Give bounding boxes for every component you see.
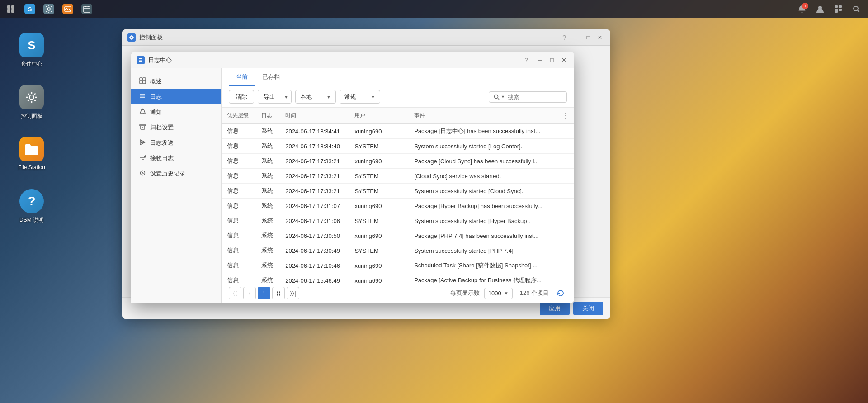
sidebar-item-history[interactable]: 设置历史记录: [131, 166, 221, 181]
taskbar-photos[interactable]: [59, 0, 77, 18]
type-select[interactable]: 常规 ▼: [340, 90, 380, 104]
page-next-btn[interactable]: ⟩⟩: [272, 287, 285, 299]
svg-point-4: [47, 8, 50, 10]
bg-help-btn[interactable]: ?: [562, 34, 566, 41]
row-more[interactable]: [556, 199, 574, 213]
table-body: 信息 系统 2024-06-17 18:34:41 xuning690 Pack…: [222, 124, 574, 283]
row-time: 2024-06-17 17:10:46: [280, 258, 349, 273]
clear-btn[interactable]: 清除: [229, 90, 254, 104]
sidebar-history-label: 设置历史记录: [150, 170, 185, 178]
table-row[interactable]: 信息 系统 2024-06-17 17:31:07 xuning690 Pack…: [222, 199, 574, 213]
table-row[interactable]: 信息 系统 2024-06-17 17:33:21 SYSTEM System …: [222, 184, 574, 199]
user-btn[interactable]: [812, 1, 828, 17]
row-more[interactable]: [556, 169, 574, 184]
tab-archived[interactable]: 已存档: [255, 68, 287, 86]
per-page-select[interactable]: 1000 ▼: [484, 288, 513, 299]
row-user: xuning690: [349, 199, 409, 213]
row-more[interactable]: [556, 243, 574, 258]
search-btn[interactable]: [848, 1, 864, 17]
row-more[interactable]: [556, 124, 574, 139]
svg-rect-3: [11, 9, 14, 13]
row-time: 2024-06-17 17:33:21: [280, 169, 349, 184]
type-select-arrow: ▼: [371, 95, 375, 100]
svg-rect-9: [835, 5, 838, 8]
sidebar-archive-label: 归档设置: [150, 123, 174, 132]
desktop-icon-file-station[interactable]: File Station: [11, 133, 52, 174]
search-trigger[interactable]: ▼: [494, 94, 505, 100]
table-header: 优先层级 日志 时间 用户: [222, 108, 574, 124]
widgets-btn[interactable]: [830, 1, 846, 17]
table-row[interactable]: 信息 系统 2024-06-17 17:33:21 xuning690 Pack…: [222, 154, 574, 169]
row-event: Package [Active Backup for Business 代理程序…: [409, 273, 556, 283]
row-log: 系统: [256, 243, 280, 258]
row-time: 2024-06-17 17:33:21: [280, 154, 349, 169]
row-event: [Cloud Sync] service was started.: [409, 169, 556, 184]
main-minimize-btn[interactable]: ─: [535, 55, 545, 65]
desktop-icon-suite[interactable]: S 套件中心: [11, 29, 52, 71]
log-table-container[interactable]: 优先层级 日志 时间 用户: [222, 108, 574, 283]
page-1-btn[interactable]: 1: [258, 287, 270, 299]
main-maximize-btn[interactable]: □: [547, 55, 557, 65]
bg-cancel-btn[interactable]: 关闭: [573, 302, 603, 315]
row-more[interactable]: [556, 184, 574, 199]
location-select[interactable]: 本地 ▼: [295, 90, 336, 104]
table-row[interactable]: 信息 系统 2024-06-17 18:34:41 xuning690 Pack…: [222, 124, 574, 139]
control-panel-desktop-icon: [19, 85, 44, 109]
export-dropdown-btn[interactable]: ▼: [281, 92, 291, 102]
row-more[interactable]: [556, 139, 574, 154]
page-first-btn[interactable]: ⟨⟨: [229, 287, 241, 299]
row-user: xuning690: [349, 273, 409, 283]
tab-current[interactable]: 当前: [229, 68, 255, 86]
row-time: 2024-06-17 15:46:49: [280, 273, 349, 283]
taskbar-calendar[interactable]: [78, 0, 96, 18]
refresh-btn[interactable]: [554, 287, 567, 299]
search-input[interactable]: [508, 94, 562, 100]
row-more[interactable]: [556, 228, 574, 243]
notification-btn[interactable]: 1: [794, 1, 810, 17]
taskbar-right: 1: [794, 1, 868, 17]
table-row[interactable]: 信息 系统 2024-06-17 17:31:06 SYSTEM System …: [222, 213, 574, 228]
bg-minimize-btn[interactable]: ─: [571, 33, 581, 43]
bg-apply-btn[interactable]: 应用: [540, 302, 570, 315]
toolbar: 清除 导出 ▼ 本地 ▼ 常规 ▼: [222, 86, 574, 108]
main-titlebar: 日志中心 ? ─ □ ✕: [131, 52, 574, 68]
svg-point-13: [854, 6, 858, 11]
sidebar-item-notifications[interactable]: 通知: [131, 104, 221, 120]
table-row[interactable]: 信息 系统 2024-06-17 17:30:50 xuning690 Pack…: [222, 228, 574, 243]
svg-rect-11: [835, 9, 838, 13]
table-row[interactable]: 信息 系统 2024-06-17 18:34:40 SYSTEM System …: [222, 139, 574, 154]
main-close-btn[interactable]: ✕: [559, 55, 569, 65]
taskbar-synology-drive[interactable]: S: [21, 0, 39, 18]
sidebar-item-log-sending[interactable]: 日志发送: [131, 135, 221, 151]
sidebar-item-overview[interactable]: 概述: [131, 74, 221, 89]
sidebar-item-archive-settings[interactable]: 归档设置: [131, 120, 221, 135]
type-select-value: 常规: [344, 93, 356, 101]
row-more[interactable]: [556, 213, 574, 228]
table-row[interactable]: 信息 系统 2024-06-17 17:30:49 SYSTEM System …: [222, 243, 574, 258]
table-row[interactable]: 信息 系统 2024-06-17 15:46:49 xuning690 Pack…: [222, 273, 574, 283]
main-help-btn[interactable]: ?: [524, 57, 528, 64]
row-more[interactable]: [556, 154, 574, 169]
svg-rect-2: [7, 9, 10, 13]
table-row[interactable]: 信息 系统 2024-06-17 17:10:46 xuning690 Sche…: [222, 258, 574, 273]
table-row[interactable]: 信息 系统 2024-06-17 17:33:21 SYSTEM [Cloud …: [222, 169, 574, 184]
header-more-icon[interactable]: ⋮: [561, 112, 569, 119]
taskbar-control-panel[interactable]: [40, 0, 58, 18]
page-prev-start-btn[interactable]: ⟨: [243, 287, 256, 299]
control-panel-desktop-label: 控制面板: [21, 112, 42, 120]
bg-window-title: 控制面板: [139, 33, 559, 42]
taskbar-main-menu[interactable]: [2, 0, 20, 18]
row-more[interactable]: [556, 258, 574, 273]
logs-icon: [138, 93, 146, 101]
bg-maximize-btn[interactable]: □: [583, 33, 593, 43]
export-btn[interactable]: 导出: [258, 90, 281, 103]
page-last-btn[interactable]: ⟩⟩|: [287, 287, 299, 299]
bg-close-btn[interactable]: ✕: [595, 33, 605, 43]
sidebar-item-receive-logs[interactable]: 接收日志: [131, 151, 221, 166]
sidebar-item-logs[interactable]: 日志: [131, 89, 221, 104]
dsm-help-icon: ?: [19, 189, 44, 213]
row-more[interactable]: [556, 273, 574, 283]
desktop: S: [0, 0, 868, 403]
desktop-icon-control-panel[interactable]: 控制面板: [11, 81, 52, 123]
desktop-icon-dsm-help[interactable]: ? DSM 说明: [11, 185, 52, 228]
